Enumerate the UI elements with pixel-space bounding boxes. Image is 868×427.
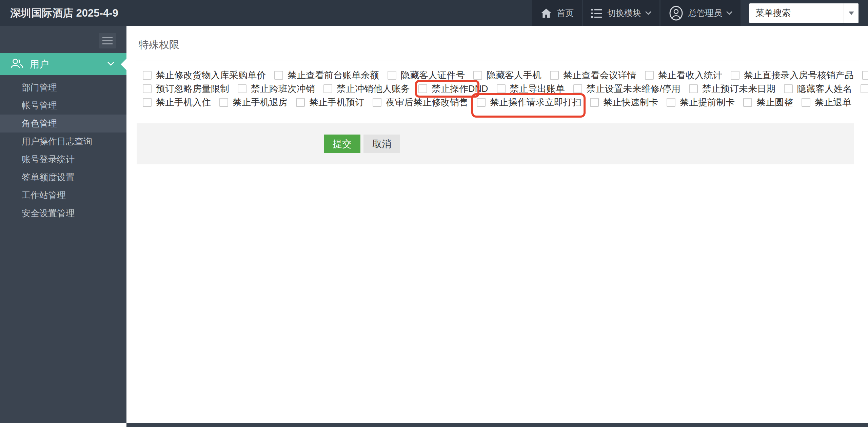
sidebar-item-account-management[interactable]: 帐号管理 [0,97,126,115]
checkbox[interactable] [861,84,868,93]
permission-item[interactable]: 禁止登录本地接口 [861,83,868,95]
checkbox[interactable] [784,84,793,93]
sidebar: 用户 部门管理 帐号管理 角色管理 用户操作日志查询 账号登录统计 签单额度设置… [0,26,126,423]
checkbox[interactable] [731,71,739,80]
chevron-down-icon [726,11,732,15]
list-icon [591,8,603,18]
checkbox[interactable] [418,84,427,93]
checkbox-label: 禁止直接录入房号核销产品 [744,69,854,81]
sidebar-item-signing-limit[interactable]: 签单额度设置 [0,168,126,186]
permission-item[interactable]: 隐藏客人姓名 [784,83,852,95]
sidebar-item-login-statistics[interactable]: 账号登录统计 [0,150,126,168]
sidebar-group-users[interactable]: 用户 [0,53,126,75]
permission-item[interactable]: 禁止查看前台账单余额 [274,69,379,81]
permission-row: 禁止修改货物入库采购单价 禁止查看前台账单余额 隐藏客人证件号 隐藏客人手机 禁… [143,68,859,82]
permission-item[interactable]: 禁止圆整 [743,96,793,108]
nav-switch-module-label: 切换模块 [607,7,641,19]
permission-row: 禁止手机入住 禁止手机退房 禁止手机预订 夜审后禁止修改销售 禁止操作请求立即打… [143,96,859,109]
checkbox-label: 禁止查看前台账单余额 [288,69,379,81]
checkbox[interactable] [388,71,396,80]
permission-item[interactable]: 预订忽略房量限制 [143,83,229,95]
checkbox[interactable] [802,98,810,107]
checkbox[interactable] [274,71,283,80]
checkbox[interactable] [473,71,482,80]
permission-item[interactable]: 禁止导出账单 [497,83,565,95]
menu-search-combobox[interactable] [749,3,859,23]
checkbox-label: 禁止修改货物入库采购单价 [156,69,266,81]
checkbox[interactable] [373,98,381,107]
permission-item[interactable]: 禁止跨班次冲销 [238,83,315,95]
checkbox[interactable] [550,71,559,80]
permission-item[interactable]: 隐藏客人手机 [473,69,541,81]
checkbox-label: 夜审后禁止修改销售 [386,96,468,108]
checkbox-label: 禁止提前制卡 [680,96,735,108]
checkbox[interactable] [645,71,654,80]
permission-item[interactable]: 禁止直接录入房号核销产品 [731,69,854,81]
menu-search-dropdown-button[interactable] [844,3,859,23]
form-actions-band: 提交 取消 [137,123,854,164]
checkbox[interactable] [143,84,152,93]
topbar-spacer [118,0,531,26]
nav-admin[interactable]: 总管理员 [660,0,741,26]
chevron-down-icon [107,61,114,67]
checkbox[interactable] [667,98,675,107]
checkbox[interactable] [862,71,868,80]
checkbox[interactable] [743,98,752,107]
checkbox-label: 禁止快速制卡 [603,96,658,108]
checkbox-label: 禁止手机入住 [156,96,211,108]
checkbox[interactable] [238,84,246,93]
nav-home[interactable]: 首页 [532,0,582,26]
checkbox-label: 禁止手机预订 [309,96,364,108]
active-group-arrow-icon [121,59,126,70]
permission-item[interactable]: 禁止查看会议详情 [550,69,636,81]
permission-item[interactable]: 隐藏客人证件号 [388,69,465,81]
checkbox[interactable] [477,98,486,107]
checkbox[interactable] [219,98,228,107]
permission-item[interactable]: 禁止修改货物入库采购单价 [143,69,266,81]
nav-home-label: 首页 [557,7,574,19]
checkbox[interactable] [323,84,332,93]
checkbox[interactable] [689,84,698,93]
permission-item[interactable]: 禁止设置未来维修/停用 [573,83,681,95]
checkbox[interactable] [143,98,152,107]
permission-item[interactable]: 禁止提前制卡 [667,96,735,108]
app-title: 深圳国际酒店 2025-4-9 [0,0,118,26]
permission-item-clean-request-highlighted[interactable]: 禁止操作请求立即打扫 [477,96,581,108]
sidebar-item-user-operation-log[interactable]: 用户操作日志查询 [0,133,126,150]
checkbox-label: 禁止操作请求立即打扫 [490,96,581,108]
permission-item[interactable]: 禁止快速制卡 [590,96,658,108]
home-icon [540,7,552,19]
submit-button[interactable]: 提交 [324,135,360,153]
sidebar-item-security-settings[interactable]: 安全设置管理 [0,204,126,222]
main-content: 特殊权限 禁止修改货物入库采购单价 禁止查看前台账单余额 隐藏客人证件号 隐藏客… [126,26,868,423]
checkbox[interactable] [143,71,152,80]
checkbox-label: 禁止导出账单 [510,83,565,95]
checkbox[interactable] [573,84,582,93]
permission-item[interactable]: 禁止手机退房 [219,96,288,108]
nav-switch-module[interactable]: 切换模块 [583,0,659,26]
checkbox-label: 禁止冲销他人账务 [337,83,410,95]
sidebar-group-label: 用户 [30,58,49,71]
permission-item[interactable]: 禁止手机入住 [143,96,211,108]
permission-item[interactable]: 禁止手机预订 [296,96,364,108]
checkbox[interactable] [296,98,305,107]
checkbox[interactable] [497,84,506,93]
title-divider [136,61,859,61]
permission-item[interactable]: 禁止看收入统计 [645,69,722,81]
permission-item[interactable]: 禁止退单 [802,96,851,108]
cancel-button[interactable]: 取消 [363,135,400,153]
nav-admin-label: 总管理员 [688,7,722,19]
permission-item-dnd-highlighted[interactable]: 禁止操作DND [418,83,488,95]
menu-search-input[interactable] [749,8,844,18]
sidebar-item-workstation-management[interactable]: 工作站管理 [0,186,126,204]
permission-item[interactable]: 禁止冲销他人账务 [323,83,410,95]
checkbox[interactable] [590,98,599,107]
permission-item[interactable]: 禁止分配房号 [862,69,868,81]
sidebar-item-role-management[interactable]: 角色管理 [0,115,126,133]
sidebar-collapse-button[interactable] [99,33,116,48]
permission-item[interactable]: 禁止预订未来日期 [689,83,775,95]
checkbox-label: 禁止预订未来日期 [702,83,775,95]
sidebar-item-department-management[interactable]: 部门管理 [0,79,126,97]
checkbox-label: 禁止设置未来维修/停用 [587,83,681,95]
permission-item[interactable]: 夜审后禁止修改销售 [373,96,468,108]
